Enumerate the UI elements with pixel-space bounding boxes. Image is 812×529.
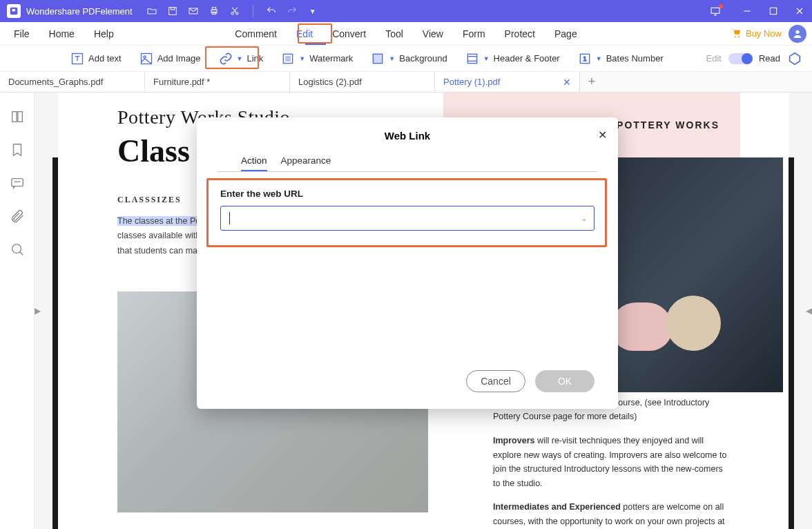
redo-icon[interactable] xyxy=(287,6,298,17)
tab-furniture[interactable]: Furniture.pdf * xyxy=(145,72,290,92)
dialog-title: Web Link xyxy=(197,117,618,147)
save-icon[interactable] xyxy=(167,6,178,17)
tab-close-icon[interactable]: ✕ xyxy=(563,77,571,88)
tool-header-footer-label: Header & Footer xyxy=(494,53,560,64)
svg-rect-2 xyxy=(171,8,174,10)
svg-marker-27 xyxy=(790,52,800,64)
tab-add-button[interactable]: + xyxy=(580,72,603,92)
mode-read-label: Read xyxy=(759,53,780,64)
highlight-link-tool xyxy=(205,46,259,69)
doc-image-hands xyxy=(590,157,783,392)
svg-point-7 xyxy=(231,12,233,15)
comment-panel-icon[interactable] xyxy=(10,175,25,191)
user-avatar[interactable] xyxy=(789,25,806,43)
buy-now-link[interactable]: Buy Now xyxy=(731,28,782,39)
menu-tool[interactable]: Tool xyxy=(385,24,403,44)
presentation-icon[interactable] xyxy=(710,6,721,17)
tool-bates-number[interactable]: 1 ▼ Bates Number xyxy=(574,49,668,68)
tool-background[interactable]: ▼ Background xyxy=(367,49,451,68)
svg-point-17 xyxy=(144,55,146,57)
highlight-url-field xyxy=(206,178,607,247)
close-window-icon[interactable] xyxy=(794,6,805,17)
svg-rect-28 xyxy=(12,112,16,122)
tab-label: Pottery (1).pdf xyxy=(443,77,500,87)
web-link-dialog: Web Link ✕ Action Appearance Enter the w… xyxy=(197,117,618,409)
left-sidebar xyxy=(0,93,35,529)
bookmark-icon[interactable] xyxy=(10,142,25,157)
svg-rect-1 xyxy=(168,8,176,15)
header-footer-icon xyxy=(465,52,479,66)
svg-point-8 xyxy=(235,12,238,15)
tool-add-text[interactable]: Add text xyxy=(66,49,126,68)
dropdown-icon[interactable]: ▼ xyxy=(307,6,318,17)
title-bar: Wondershare PDFelement ▼ xyxy=(0,0,812,22)
tool-bates-label: Bates Number xyxy=(606,53,664,64)
cut-icon[interactable] xyxy=(229,6,240,17)
svg-point-14 xyxy=(795,30,799,33)
svg-rect-19 xyxy=(286,56,291,61)
header-footer-dropdown-icon[interactable]: ▼ xyxy=(483,55,490,62)
app-title: Wondershare PDFelement xyxy=(26,6,133,17)
mode-edit-label: Edit xyxy=(706,53,722,64)
bates-dropdown-icon[interactable]: ▼ xyxy=(596,55,602,62)
undo-icon[interactable] xyxy=(266,6,277,17)
ribbon-toolbar: Add text Add Image ▼ Link ▼ Watermark ▼ … xyxy=(0,46,812,72)
menu-help[interactable]: Help xyxy=(94,24,114,44)
settings-hex-icon[interactable] xyxy=(787,51,802,66)
edit-read-toggle[interactable] xyxy=(728,53,752,64)
menu-file[interactable]: File xyxy=(14,24,30,44)
tab-label: Documents_Graphs.pdf xyxy=(8,77,103,87)
tab-label: Furniture.pdf * xyxy=(153,77,210,87)
attachment-icon[interactable] xyxy=(10,209,25,224)
menu-protect[interactable]: Protect xyxy=(505,24,535,44)
svg-point-32 xyxy=(12,244,21,253)
background-icon xyxy=(371,52,385,66)
svg-rect-9 xyxy=(711,8,719,13)
svg-text:1: 1 xyxy=(583,55,586,62)
document-tabs: Documents_Graphs.pdf Furniture.pdf * Log… xyxy=(0,72,812,93)
watermark-dropdown-icon[interactable]: ▼ xyxy=(299,55,305,62)
svg-rect-22 xyxy=(467,54,476,63)
ok-button[interactable]: OK xyxy=(535,370,594,392)
minimize-icon[interactable] xyxy=(742,6,753,17)
maximize-icon[interactable] xyxy=(768,6,779,17)
svg-rect-21 xyxy=(374,54,383,63)
print-icon[interactable] xyxy=(209,6,220,17)
highlight-edit-menu xyxy=(298,23,332,44)
cancel-button[interactable]: Cancel xyxy=(466,370,525,392)
doc-classsizes-label: CLASSSIZES xyxy=(117,195,182,205)
cart-icon xyxy=(731,28,742,39)
tool-add-image-label: Add Image xyxy=(157,53,201,64)
mail-icon[interactable] xyxy=(188,6,199,17)
thumbnails-icon[interactable] xyxy=(10,109,25,124)
background-dropdown-icon[interactable]: ▼ xyxy=(389,55,395,62)
tab-label: Logistics (2).pdf xyxy=(298,77,362,87)
image-icon xyxy=(139,52,153,66)
tool-add-text-label: Add text xyxy=(88,53,122,64)
tool-header-footer[interactable]: ▼ Header & Footer xyxy=(461,49,564,68)
menu-form[interactable]: Form xyxy=(463,24,485,44)
prev-page-handle[interactable]: ▶ xyxy=(35,306,41,316)
app-icon xyxy=(7,4,21,18)
menu-comment[interactable]: Comment xyxy=(235,24,277,44)
dialog-tab-appearance[interactable]: Appearance xyxy=(281,151,331,171)
dialog-close-icon[interactable]: ✕ xyxy=(598,128,607,142)
menu-convert[interactable]: Convert xyxy=(332,24,366,44)
menu-page[interactable]: Page xyxy=(554,24,577,44)
tab-pottery[interactable]: Pottery (1).pdf ✕ xyxy=(435,72,580,92)
dialog-tab-action[interactable]: Action xyxy=(241,151,267,171)
menu-home[interactable]: Home xyxy=(49,24,75,44)
open-folder-icon[interactable] xyxy=(146,6,157,17)
menu-view[interactable]: View xyxy=(423,24,443,44)
tool-background-label: Background xyxy=(399,53,447,64)
tab-documents-graphs[interactable]: Documents_Graphs.pdf xyxy=(0,72,145,92)
tool-watermark-label: Watermark xyxy=(309,53,353,64)
tool-watermark[interactable]: ▼ Watermark xyxy=(277,49,357,68)
tool-add-image[interactable]: Add Image xyxy=(135,49,205,68)
menu-bar: File Home Help Comment Edit Convert Tool… xyxy=(0,22,812,46)
next-page-handle[interactable]: ◀ xyxy=(806,306,812,316)
tab-logistics[interactable]: Logistics (2).pdf xyxy=(290,72,435,92)
buy-now-label: Buy Now xyxy=(746,28,782,39)
search-icon[interactable] xyxy=(10,242,25,257)
svg-rect-29 xyxy=(17,112,21,122)
